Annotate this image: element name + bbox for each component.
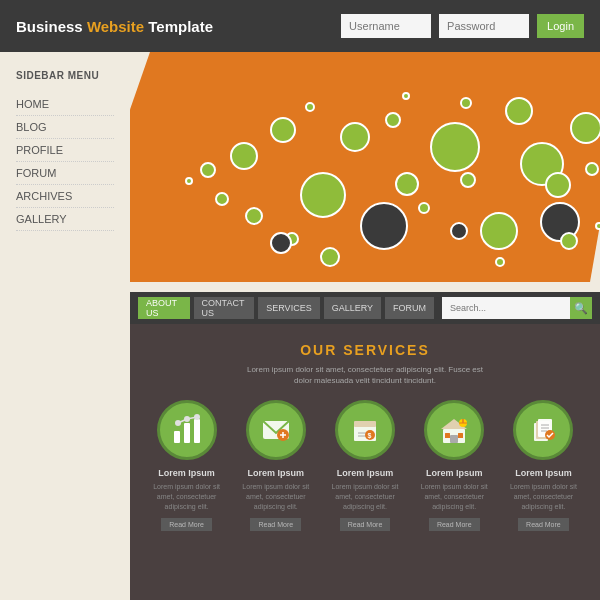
- globe-dot-tiny-4: [495, 257, 505, 267]
- world-map: [140, 62, 590, 282]
- svg-rect-22: [458, 433, 463, 438]
- service-name-2: Lorem Ipsum: [248, 468, 305, 478]
- login-button[interactable]: Login: [537, 14, 584, 38]
- globe-dot-sm-6: [418, 202, 430, 214]
- service-name-4: Lorem Ipsum: [426, 468, 483, 478]
- globe-dot-med-6: [545, 172, 571, 198]
- nav-services[interactable]: SERVICES: [258, 297, 319, 319]
- title-part2: Website: [87, 18, 144, 35]
- service-item-3: $ Lorem Ipsum Lorem ipsum dolor sit amet…: [324, 400, 405, 530]
- search-button[interactable]: 🔍: [570, 297, 592, 319]
- globe-dot-sm-5: [385, 112, 401, 128]
- service-name-3: Lorem Ipsum: [337, 468, 394, 478]
- globe-dot-large-2: [430, 122, 480, 172]
- sidebar-item-forum[interactable]: FORUM: [16, 162, 114, 185]
- nav-about-us[interactable]: ABOUT US: [138, 297, 190, 319]
- globe-dot-dark-1: [360, 202, 408, 250]
- globe-dot-sm-8: [585, 162, 599, 176]
- education-icon: [526, 413, 560, 447]
- nav-bar: ABOUT US CONTACT US SERVICES GALLERY FOR…: [130, 292, 600, 324]
- main-area: SIDEBAR MENU HOME BLOG PROFILE FORUM ARC…: [0, 52, 600, 600]
- service-btn-3[interactable]: Read More: [340, 518, 391, 531]
- globe-dot-sm-3: [245, 207, 263, 225]
- service-btn-2[interactable]: Read More: [250, 518, 301, 531]
- svg-point-7: [194, 414, 200, 420]
- service-item-5: Lorem Ipsum Lorem ipsum dolor sit amet, …: [503, 400, 584, 530]
- nav-contact-us[interactable]: CONTACT US: [194, 297, 255, 319]
- svg-rect-20: [450, 435, 458, 443]
- service-item-4: Lorem Ipsum Lorem ipsum dolor sit amet, …: [414, 400, 495, 530]
- sidebar-item-gallery[interactable]: GALLERY: [16, 208, 114, 231]
- sidebar-nav: HOME BLOG PROFILE FORUM ARCHIVES GALLERY: [16, 93, 114, 231]
- right-content: ABOUT US CONTACT US SERVICES GALLERY FOR…: [130, 52, 600, 600]
- globe-dot-tiny-2: [305, 102, 315, 112]
- service-desc-2: Lorem ipsum dolor sit amet, consectetuer…: [235, 482, 316, 511]
- header-bar: Business Website Template Login: [0, 0, 600, 52]
- svg-rect-1: [184, 423, 190, 443]
- service-item-2: Lorem Ipsum Lorem ipsum dolor sit amet, …: [235, 400, 316, 530]
- service-desc-3: Lorem ipsum dolor sit amet, consectetuer…: [324, 482, 405, 511]
- service-name-1: Lorem Ipsum: [158, 468, 215, 478]
- globe-dot-med-7: [505, 97, 533, 125]
- services-subtitle-line2: dolor malesuada velit tincidunt tincidun…: [294, 376, 436, 385]
- svg-rect-0: [174, 431, 180, 443]
- nav-forum[interactable]: FORUM: [385, 297, 434, 319]
- service-desc-1: Lorem ipsum dolor sit amet, consectetuer…: [146, 482, 227, 511]
- service-icon-mail: [246, 400, 306, 460]
- mail-icon: [259, 413, 293, 447]
- header-inputs: Login: [341, 14, 584, 38]
- globe-dot-sm-11: [320, 247, 340, 267]
- svg-rect-2: [194, 419, 200, 443]
- sidebar-title: SIDEBAR MENU: [16, 70, 114, 81]
- sidebar-item-blog[interactable]: BLOG: [16, 116, 114, 139]
- globe-dot-sm-9: [560, 232, 578, 250]
- service-icon-analytics: [157, 400, 217, 460]
- globe-dot-sm-7: [460, 172, 476, 188]
- username-input[interactable]: [341, 14, 431, 38]
- sidebar-item-home[interactable]: HOME: [16, 93, 114, 116]
- globe-dot-med-2: [270, 117, 296, 143]
- service-btn-1[interactable]: Read More: [161, 518, 212, 531]
- service-desc-4: Lorem ipsum dolor sit amet, consectetuer…: [414, 482, 495, 511]
- hero-section: [130, 52, 600, 292]
- globe-dot-tiny-3: [402, 92, 410, 100]
- services-subtitle-line1: Lorem ipsum dolor sit amet, consectetuer…: [247, 365, 483, 374]
- finance-icon: $: [348, 413, 382, 447]
- password-input[interactable]: [439, 14, 529, 38]
- svg-text:$: $: [368, 432, 372, 440]
- service-item-1: Lorem Ipsum Lorem ipsum dolor sit amet, …: [146, 400, 227, 530]
- site-title: Business Website Template: [16, 18, 329, 35]
- globe-dot-med-3: [340, 122, 370, 152]
- service-icon-store: [424, 400, 484, 460]
- service-desc-5: Lorem ipsum dolor sit amet, consectetuer…: [503, 482, 584, 511]
- analytics-icon: [170, 413, 204, 447]
- globe-dot-tiny-5: [595, 222, 600, 230]
- service-icon-finance: $: [335, 400, 395, 460]
- service-btn-4[interactable]: Read More: [429, 518, 480, 531]
- globe-dot-large-1: [300, 172, 346, 218]
- sidebar-item-archives[interactable]: ARCHIVES: [16, 185, 114, 208]
- svg-rect-13: [354, 421, 376, 427]
- search-input[interactable]: [442, 297, 570, 319]
- sidebar-item-profile[interactable]: PROFILE: [16, 139, 114, 162]
- services-grid: Lorem Ipsum Lorem ipsum dolor sit amet, …: [146, 400, 584, 530]
- globe-dot-tiny-1: [185, 177, 193, 185]
- service-btn-5[interactable]: Read More: [518, 518, 569, 531]
- globe-dot-med-4: [395, 172, 419, 196]
- nav-gallery[interactable]: GALLERY: [324, 297, 381, 319]
- globe-dot-dark-sm-2: [450, 222, 468, 240]
- sidebar: SIDEBAR MENU HOME BLOG PROFILE FORUM ARC…: [0, 52, 130, 600]
- globe-dot-sm-10: [460, 97, 472, 109]
- services-subtitle: Lorem ipsum dolor sit amet, consectetuer…: [146, 364, 584, 386]
- store-icon: [437, 413, 471, 447]
- title-part3: Template: [144, 18, 213, 35]
- globe-dot-sm-1: [200, 162, 216, 178]
- services-section: OUR SERVICES Lorem ipsum dolor sit amet,…: [130, 324, 600, 600]
- nav-search: 🔍: [442, 297, 592, 319]
- globe-dot-med-1: [230, 142, 258, 170]
- title-part1: Business: [16, 18, 87, 35]
- svg-rect-21: [445, 433, 450, 438]
- services-title: OUR SERVICES: [146, 342, 584, 358]
- globe-dot-dark-sm-1: [270, 232, 292, 254]
- service-icon-education: [513, 400, 573, 460]
